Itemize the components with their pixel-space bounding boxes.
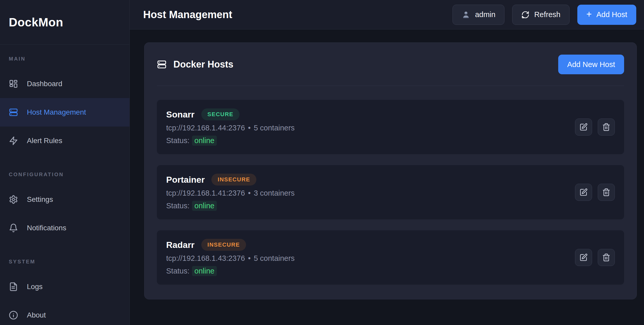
edit-pencil-icon bbox=[579, 188, 588, 196]
nav-section-label: SYSTEM bbox=[0, 259, 129, 265]
user-menu-button[interactable]: admin bbox=[453, 5, 504, 25]
host-address: tcp://192.168.1.43:2376 bbox=[166, 254, 245, 263]
user-menu-label: admin bbox=[475, 10, 495, 19]
host-row-portainer: Portainer INSECURE tcp://192.168.1.41:23… bbox=[157, 165, 624, 219]
delete-host-button[interactable] bbox=[598, 184, 615, 201]
host-row-radarr: Radarr INSECURE tcp://192.168.1.43:2376 … bbox=[157, 230, 624, 285]
host-info: Portainer INSECURE tcp://192.168.1.41:23… bbox=[166, 174, 295, 211]
sidebar-item-label: Dashboard bbox=[27, 80, 62, 88]
sidebar-item-label: Alert Rules bbox=[27, 137, 62, 145]
host-actions bbox=[575, 184, 615, 201]
trash-icon bbox=[602, 253, 610, 262]
dashboard-grid-icon bbox=[9, 79, 18, 88]
file-text-icon bbox=[9, 282, 18, 291]
header-actions: admin Refresh + Add Host bbox=[453, 5, 636, 25]
host-containers: 5 containers bbox=[254, 254, 295, 263]
host-status-line: Status: online bbox=[166, 201, 295, 211]
sidebar-item-label: About bbox=[27, 311, 46, 319]
host-address-line: tcp://192.168.1.44:2376 • 5 containers bbox=[166, 124, 295, 132]
host-status-line: Status: online bbox=[166, 136, 295, 146]
sidebar-item-notifications[interactable]: Notifications bbox=[0, 214, 129, 242]
card-divider bbox=[157, 86, 624, 86]
host-row-sonarr: Sonarr SECURE tcp://192.168.1.44:2376 • … bbox=[157, 100, 624, 154]
card-title-label: Docker Hosts bbox=[173, 59, 233, 70]
host-name: Portainer bbox=[166, 175, 205, 185]
content-area: Docker Hosts Add New Host Sonarr SECURE … bbox=[130, 29, 644, 325]
sidebar: DockMon MAIN Dashboard Host Management bbox=[0, 0, 130, 325]
status-badge: online bbox=[192, 136, 217, 146]
host-containers: 3 containers bbox=[254, 189, 295, 197]
edit-pencil-icon bbox=[579, 123, 588, 131]
host-list: Sonarr SECURE tcp://192.168.1.44:2376 • … bbox=[157, 100, 624, 285]
top-header: Host Management admin bbox=[130, 0, 644, 29]
refresh-button[interactable]: Refresh bbox=[512, 5, 570, 25]
status-label: Status: bbox=[166, 202, 189, 210]
info-icon bbox=[9, 311, 18, 320]
sidebar-item-settings[interactable]: Settings bbox=[0, 185, 129, 214]
card-header: Docker Hosts Add New Host bbox=[157, 55, 624, 74]
host-address: tcp://192.168.1.44:2376 bbox=[166, 124, 245, 132]
host-address: tcp://192.168.1.41:2376 bbox=[166, 189, 245, 197]
refresh-label: Refresh bbox=[534, 10, 561, 19]
docker-hosts-card: Docker Hosts Add New Host Sonarr SECURE … bbox=[144, 42, 637, 299]
server-icon bbox=[9, 108, 18, 117]
host-name: Radarr bbox=[166, 240, 195, 250]
meta-separator: • bbox=[248, 124, 251, 132]
sidebar-item-label: Host Management bbox=[27, 108, 86, 116]
status-label: Status: bbox=[166, 267, 189, 275]
edit-host-button[interactable] bbox=[575, 249, 592, 266]
sidebar-item-label: Notifications bbox=[27, 224, 66, 232]
page-title: Host Management bbox=[143, 9, 232, 20]
sidebar-item-host-management[interactable]: Host Management bbox=[0, 98, 129, 127]
host-actions bbox=[575, 119, 615, 136]
edit-host-button[interactable] bbox=[575, 184, 592, 201]
add-host-button[interactable]: + Add Host bbox=[577, 5, 636, 25]
host-name: Sonarr bbox=[166, 109, 195, 120]
sidebar-item-dashboard[interactable]: Dashboard bbox=[0, 70, 129, 98]
trash-icon bbox=[602, 123, 610, 131]
delete-host-button[interactable] bbox=[598, 119, 615, 136]
user-bust-icon bbox=[462, 10, 470, 19]
sidebar-item-alert-rules[interactable]: Alert Rules bbox=[0, 127, 129, 155]
nav-section-label: MAIN bbox=[0, 56, 129, 62]
sidebar-item-logs[interactable]: Logs bbox=[0, 272, 129, 301]
sidebar-item-label: Settings bbox=[27, 195, 53, 204]
nav-section-main: MAIN Dashboard Host Management bbox=[0, 56, 129, 155]
delete-host-button[interactable] bbox=[598, 249, 615, 266]
host-address-line: tcp://192.168.1.43:2376 • 5 containers bbox=[166, 254, 295, 263]
lightning-icon bbox=[9, 136, 18, 145]
main-area: Host Management admin bbox=[130, 0, 644, 325]
add-host-label: Add Host bbox=[596, 10, 627, 19]
meta-separator: • bbox=[248, 189, 251, 197]
nav-section-system: SYSTEM Logs About bbox=[0, 259, 129, 325]
gear-icon bbox=[9, 195, 18, 204]
nav-section-label: CONFIGURATION bbox=[0, 172, 129, 178]
host-info: Sonarr SECURE tcp://192.168.1.44:2376 • … bbox=[166, 108, 295, 146]
meta-separator: • bbox=[248, 254, 251, 263]
edit-pencil-icon bbox=[579, 253, 588, 262]
plus-icon: + bbox=[586, 10, 592, 19]
host-status-line: Status: online bbox=[166, 266, 295, 276]
sidebar-item-about[interactable]: About bbox=[0, 301, 129, 325]
add-new-host-button[interactable]: Add New Host bbox=[558, 55, 624, 74]
sidebar-item-label: Logs bbox=[27, 283, 43, 291]
host-address-line: tcp://192.168.1.41:2376 • 3 containers bbox=[166, 189, 295, 197]
status-label: Status: bbox=[166, 136, 189, 145]
security-badge: INSECURE bbox=[211, 174, 256, 186]
nav-section-configuration: CONFIGURATION Settings Notifications bbox=[0, 172, 129, 242]
host-containers: 5 containers bbox=[254, 124, 295, 132]
card-title: Docker Hosts bbox=[157, 59, 233, 70]
bell-icon bbox=[9, 223, 18, 233]
sidebar-nav: MAIN Dashboard Host Management bbox=[0, 45, 129, 325]
host-actions bbox=[575, 249, 615, 266]
server-icon bbox=[157, 60, 167, 69]
status-badge: online bbox=[192, 201, 217, 211]
app-logo: DockMon bbox=[0, 0, 129, 45]
refresh-icon bbox=[521, 11, 530, 19]
host-info: Radarr INSECURE tcp://192.168.1.43:2376 … bbox=[166, 239, 295, 276]
trash-icon bbox=[602, 188, 610, 196]
status-badge: online bbox=[192, 266, 217, 276]
security-badge: SECURE bbox=[201, 108, 240, 120]
edit-host-button[interactable] bbox=[575, 119, 592, 136]
security-badge: INSECURE bbox=[201, 239, 246, 251]
